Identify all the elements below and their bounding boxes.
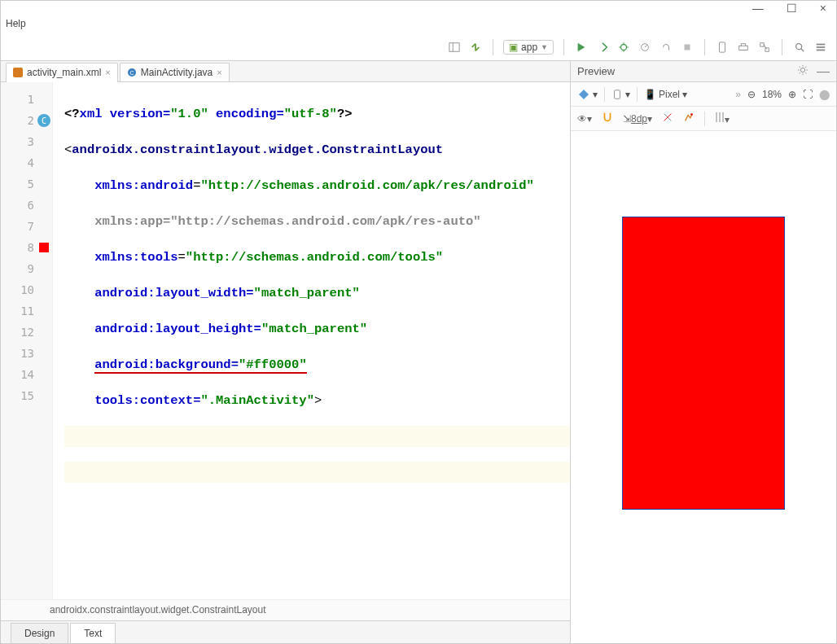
- svg-rect-25: [615, 90, 620, 99]
- tab-design[interactable]: Design: [11, 623, 68, 643]
- sync-icon[interactable]: [468, 40, 483, 55]
- svg-rect-20: [817, 49, 826, 50]
- java-file-icon: C: [127, 68, 137, 77]
- window-close[interactable]: ×: [820, 2, 826, 15]
- svg-text:C: C: [129, 70, 134, 76]
- menu-help[interactable]: Help: [6, 18, 26, 29]
- svg-rect-13: [760, 42, 764, 46]
- close-icon[interactable]: ×: [217, 68, 221, 77]
- search-icon[interactable]: [792, 40, 807, 55]
- preview-title: Preview: [577, 65, 615, 77]
- svg-line-17: [801, 48, 804, 51]
- editor-tabs: activity_main.xml × C MainActivity.java …: [1, 61, 570, 82]
- xml-file-icon: [13, 68, 23, 77]
- code-area[interactable]: <?xml version="1.0" encoding="utf-8"?> <…: [53, 82, 570, 599]
- overflow-icon[interactable]: [813, 40, 828, 55]
- color-swatch-icon[interactable]: [39, 243, 49, 252]
- window-titlebar: — ☐ ×: [1, 1, 836, 15]
- svg-marker-2: [578, 42, 585, 51]
- gear-icon[interactable]: [797, 64, 809, 79]
- svg-point-16: [796, 43, 802, 49]
- layout-toolbar: 👁▾ ⇲8dp▾ ▾: [571, 107, 836, 131]
- layout-icon[interactable]: [447, 40, 462, 55]
- apply-changes-icon[interactable]: [595, 40, 610, 55]
- sdk-icon[interactable]: [736, 40, 751, 55]
- magnet-icon[interactable]: [602, 112, 613, 125]
- hide-icon[interactable]: —: [817, 64, 830, 79]
- svg-line-9: [645, 45, 647, 47]
- device-preview[interactable]: [622, 217, 785, 510]
- svg-rect-21: [13, 68, 23, 77]
- svg-point-3: [621, 44, 627, 50]
- debug-icon[interactable]: [616, 40, 631, 55]
- line-gutter: 1 2C 3 4 5 6 7 8 9 10 11 12 13 14 15: [1, 82, 53, 599]
- tab-activity-main[interactable]: activity_main.xml ×: [6, 63, 118, 81]
- svg-point-24: [800, 68, 804, 72]
- attach-icon[interactable]: [659, 40, 673, 55]
- warnings-icon[interactable]: ⬤: [819, 89, 830, 100]
- run-icon[interactable]: [574, 40, 589, 55]
- tab-mainactivity[interactable]: C MainActivity.java ×: [120, 63, 230, 81]
- infer-constraints-icon[interactable]: [683, 112, 695, 125]
- profiler-icon[interactable]: [638, 40, 652, 55]
- menubar: Help: [1, 15, 836, 33]
- orientation-icon[interactable]: ▾: [611, 89, 630, 100]
- more-icon[interactable]: »: [735, 89, 741, 100]
- zoom-level: 18%: [762, 89, 782, 100]
- preview-header: Preview —: [571, 61, 836, 82]
- device-selector[interactable]: 📱 Pixel▾: [644, 89, 687, 100]
- preview-canvas[interactable]: [571, 131, 836, 643]
- main-toolbar: ▣ app ▼: [1, 33, 836, 61]
- svg-rect-11: [720, 42, 725, 51]
- avd-icon[interactable]: [715, 40, 730, 55]
- breadcrumb[interactable]: androidx.constraintlayout.widget.Constra…: [1, 599, 570, 620]
- zoom-in-icon[interactable]: ⊕: [788, 89, 796, 100]
- svg-rect-19: [817, 46, 826, 48]
- view-options-icon[interactable]: 👁▾: [577, 113, 592, 125]
- code-editor[interactable]: 1 2C 3 4 5 6 7 8 9 10 11 12 13 14 15 <?x…: [1, 82, 570, 599]
- zoom-out-icon[interactable]: ⊖: [747, 89, 756, 100]
- clear-constraints-icon[interactable]: [662, 112, 673, 125]
- svg-rect-0: [449, 42, 459, 51]
- close-icon[interactable]: ×: [105, 68, 110, 77]
- device-toolbar: ▾ ▾ 📱 Pixel▾ » ⊖ 18% ⊕ ⛶ ⬤: [571, 82, 836, 107]
- structure-icon[interactable]: [757, 40, 772, 55]
- class-marker-icon: C: [37, 114, 50, 127]
- stop-icon[interactable]: [680, 40, 695, 55]
- zoom-fit-icon[interactable]: ⛶: [803, 89, 813, 100]
- window-minimize[interactable]: —: [752, 2, 764, 15]
- android-icon: ▣: [509, 42, 518, 53]
- svg-point-28: [690, 113, 693, 116]
- svg-rect-12: [739, 46, 748, 50]
- guidelines-icon[interactable]: ▾: [715, 112, 730, 125]
- editor-mode-tabs: Design Text: [1, 620, 570, 643]
- default-margins[interactable]: ⇲8dp▾: [623, 113, 652, 125]
- run-config-dropdown[interactable]: ▣ app ▼: [503, 40, 554, 55]
- svg-rect-10: [685, 44, 690, 50]
- tab-text[interactable]: Text: [70, 623, 116, 643]
- window-maximize[interactable]: ☐: [787, 2, 797, 15]
- design-surface-icon[interactable]: ▾: [577, 88, 598, 101]
- svg-rect-18: [817, 43, 826, 45]
